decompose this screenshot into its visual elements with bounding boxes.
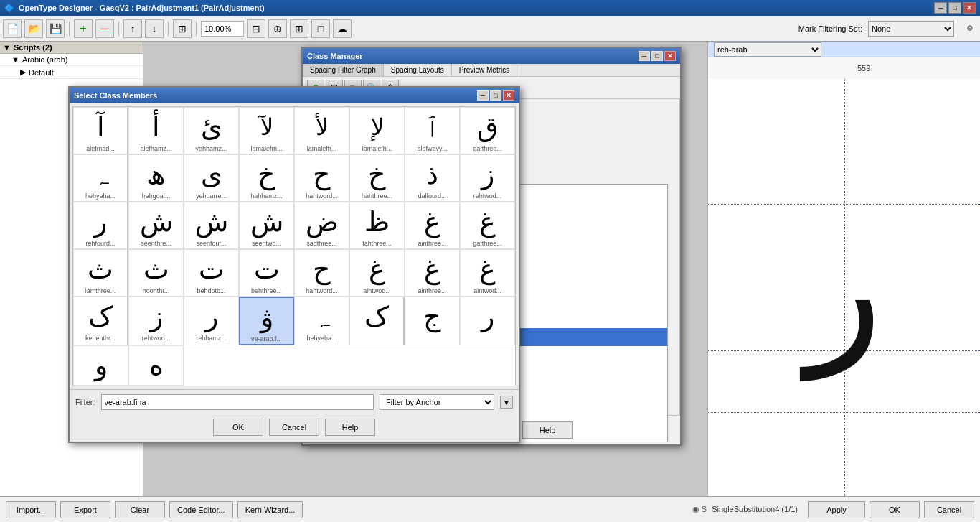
glyph-cell-29[interactable]: غ aintwod... (349, 249, 405, 297)
minimize-button[interactable]: ─ (934, 2, 947, 14)
cm-help-button[interactable]: Help (522, 421, 573, 439)
filter-anchor-dropdown-arrow[interactable]: ▼ (500, 396, 513, 409)
glyph-cell-17[interactable]: ش seenthre... (128, 202, 184, 249)
glyph-label-12: hahtword... (306, 192, 338, 200)
glyph-cell-0[interactable]: آ alefmad... (73, 107, 128, 154)
glyph-cell-35-selected[interactable]: ۋ ve-arab.f... (239, 297, 294, 345)
code-editor-button[interactable]: Code Editor... (169, 501, 233, 518)
glyph-cell-31[interactable]: غ aintwod... (460, 249, 515, 297)
glyph-cell-37[interactable]: ک (349, 297, 405, 345)
glyph-cell-3[interactable]: لآ lamalefm... (239, 107, 294, 154)
apply-button[interactable]: Apply (808, 501, 865, 518)
glyph-cell-4[interactable]: لأ lamalefh... (294, 107, 349, 154)
script-default[interactable]: ▶ Default (0, 66, 143, 79)
glyph-cell-13[interactable]: خ hahthree... (349, 154, 405, 202)
glyph-char-23: غ (479, 204, 496, 240)
glyph-cell-15[interactable]: ز rehtwod... (460, 154, 515, 202)
glyph-cell-25[interactable]: ث noonthr... (128, 249, 184, 297)
remove-button[interactable]: ─ (95, 19, 114, 38)
filter-anchor-select[interactable]: Filter by Anchor top bottom entry exit (380, 394, 494, 410)
glyph-label-17: seenthre... (141, 240, 171, 247)
glyph-cell-19[interactable]: ش seentwo... (239, 202, 294, 249)
glyph-cell-14[interactable]: ذ dalfourd... (405, 154, 460, 202)
scm-minimize-button[interactable]: ─ (477, 90, 489, 101)
glyph-cell-30[interactable]: غ ainthree... (405, 249, 460, 297)
close-button[interactable]: ✕ (963, 2, 976, 14)
export-button[interactable]: Export (60, 501, 110, 518)
import-button[interactable]: Import... (6, 501, 56, 518)
scm-cancel-button[interactable]: Cancel (269, 419, 319, 436)
scm-ok-button[interactable]: OK (213, 419, 263, 436)
scm-help-button[interactable]: Help (325, 419, 375, 436)
zoom-input[interactable] (201, 21, 244, 37)
glyph-cell-18[interactable]: ش seenfour... (184, 202, 239, 249)
clear-button[interactable]: Clear (115, 501, 165, 518)
glyph-cell-8[interactable]: ہ hehyeha... (73, 154, 128, 202)
grid-button[interactable]: ⊞ (173, 19, 192, 38)
glyph-select[interactable]: reh-arab (714, 42, 821, 57)
scripts-expand-icon[interactable]: ▼ (3, 43, 11, 52)
fit-height-button[interactable]: ⊞ (290, 19, 308, 38)
open-button[interactable]: 📂 (24, 19, 43, 38)
cloud-button[interactable]: ☁ (333, 19, 352, 38)
cm-minimize-button[interactable]: ─ (639, 51, 650, 61)
glyph-cell-12[interactable]: ح hahtword... (294, 154, 349, 202)
script-default-expand[interactable]: ▶ (20, 67, 26, 77)
glyph-cell-38[interactable]: ج (405, 297, 460, 345)
glyph-cell-39[interactable]: ر (460, 297, 515, 345)
script-arabic[interactable]: ▼ Arabic (arab) (0, 54, 143, 66)
glyph-char-30: غ (424, 251, 440, 287)
glyph-cell-5[interactable]: لإ lamalefh... (349, 107, 405, 154)
settings-icon[interactable]: ⚙ (963, 22, 977, 36)
cancel-button[interactable]: Cancel (924, 501, 974, 518)
glyph-cell-6[interactable]: ٱ alefwavy... (405, 107, 460, 154)
ok-button[interactable]: OK (870, 501, 920, 518)
glyph-cell-24[interactable]: ث lamthree... (73, 249, 128, 297)
maximize-button[interactable]: □ (948, 2, 961, 14)
glyph-cell-16[interactable]: ر rehfourd... (73, 202, 128, 249)
cm-maximize-button[interactable]: □ (651, 51, 663, 61)
glyph-label-28: hahtword... (306, 287, 338, 294)
glyph-cell-23[interactable]: غ gafthree... (460, 202, 515, 249)
fit-width-button[interactable]: ⊟ (247, 19, 265, 38)
glyph-label-1: alefhamz... (140, 145, 171, 152)
save-button[interactable]: 💾 (46, 19, 65, 38)
script-arabic-expand[interactable]: ▼ (11, 55, 19, 64)
new-button[interactable]: 📄 (3, 19, 22, 38)
scripts-header: ▼ Scripts (2) (0, 42, 143, 54)
glyph-cell-2[interactable]: ئ yehhamz... (184, 107, 239, 154)
glyph-cell-10[interactable]: ی yehbarre... (184, 154, 239, 202)
glyph-cell-28[interactable]: ح hahtword... (294, 249, 349, 297)
glyph-cell-1[interactable]: أ alefhamz... (128, 107, 184, 154)
glyph-cell-26[interactable]: ت behdotb... (184, 249, 239, 297)
cm-tab-spacing-filter[interactable]: Spacing Filter Graph (303, 64, 384, 76)
glyph-cell-22[interactable]: غ ainthree... (405, 202, 460, 249)
scm-close-button[interactable]: ✕ (503, 90, 514, 101)
glyph-cell-34[interactable]: ر rehhamz... (184, 297, 239, 345)
mark-filter-select[interactable]: None (868, 21, 954, 37)
cm-tab-preview-metrics[interactable]: Preview Metrics (452, 64, 518, 76)
glyph-cell-40[interactable]: و (73, 345, 128, 386)
glyph-cell-36[interactable]: ہ hehyeha... (294, 297, 349, 345)
add-button[interactable]: + (74, 19, 93, 38)
up-button[interactable]: ↑ (123, 19, 142, 38)
glyph-cell-7[interactable]: ق qafthree... (460, 107, 515, 154)
shapes-button[interactable]: □ (311, 19, 330, 38)
glyph-char-11: خ (258, 157, 275, 192)
filter-input[interactable] (101, 394, 374, 410)
glyph-cell-33[interactable]: ز rehtwod... (128, 297, 184, 345)
cm-close-button[interactable]: ✕ (664, 51, 676, 61)
glyph-cell-27[interactable]: ت behthree... (239, 249, 294, 297)
cm-tab-spacing-layouts[interactable]: Spacing Layouts (384, 64, 452, 76)
crosshair-button[interactable]: ⊕ (268, 19, 287, 38)
glyph-cell-41[interactable]: ه (128, 345, 184, 386)
kern-wizard-button[interactable]: Kern Wizard... (237, 501, 303, 518)
down-button[interactable]: ↓ (145, 19, 164, 38)
glyph-cell-32[interactable]: ک kehehthr... (73, 297, 128, 345)
glyph-cell-20[interactable]: ض sadthree... (294, 202, 349, 249)
glyph-cell-11[interactable]: خ hahhamz... (239, 154, 294, 202)
glyph-cell-21[interactable]: ظ tahthree... (349, 202, 405, 249)
glyph-char-40: و (95, 348, 108, 383)
glyph-cell-9[interactable]: ھ hehgoal... (128, 154, 184, 202)
scm-maximize-button[interactable]: □ (490, 90, 501, 101)
